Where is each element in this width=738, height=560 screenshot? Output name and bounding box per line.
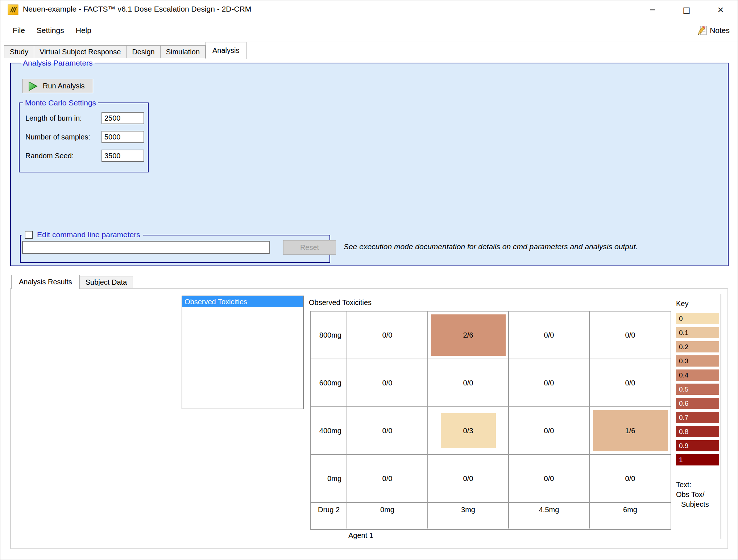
heatmap-cell: 1/6 (590, 407, 671, 455)
random-seed-input[interactable] (101, 150, 144, 162)
col-label-4-5mg: 4.5mg (509, 503, 590, 528)
menu-item-settings[interactable]: Settings (31, 24, 70, 37)
maximize-icon[interactable]: □ (675, 0, 698, 19)
notes-button[interactable]: Notes (695, 23, 732, 38)
heatmap-colored-block: 2/6 (431, 314, 506, 356)
heatmap-cell: 0/0 (509, 455, 590, 503)
edit-cmd-checkbox[interactable] (25, 231, 33, 239)
key-swatch-0-5: 0.5 (676, 384, 719, 395)
heatmap-cell: 0/3 (428, 407, 509, 455)
analysis-parameters-label: Analysis Parameters (21, 59, 95, 67)
mc-field-row-random-seed: Random Seed: (20, 150, 148, 163)
length-of-burn-in-label: Length of burn in: (25, 114, 82, 122)
app-logo-icon (8, 4, 18, 15)
heatmap-cell: 0/0 (347, 312, 428, 359)
heatmap-cell: 0/0 (509, 407, 590, 455)
cmd-parameters-group: Edit command line parameters Reset (20, 235, 330, 263)
heatmap-cell: 0/0 (509, 312, 590, 359)
window-title: Neuen-example - FACTS™ v6.1 Dose Escalat… (23, 5, 251, 13)
random-seed-label: Random Seed: (25, 152, 74, 160)
row-label-0mg: 0mg (311, 455, 347, 503)
analysis-parameters-group: Analysis Parameters Run Analysis Monte C… (10, 63, 729, 266)
heatmap-cell: 0/0 (590, 312, 671, 359)
main-tabstrip: StudyVirtual Subject ResponseDesignSimul… (4, 42, 246, 58)
heatmap-cell: 0/0 (428, 455, 509, 503)
mc-field-row-length-of-burn-in: Length of burn in: (20, 112, 148, 125)
x-axis-label: Agent 1 (348, 531, 373, 540)
heatmap-cell: 0/0 (428, 359, 509, 407)
monte-carlo-settings-label: Monte Carlo Settings (23, 99, 98, 107)
key-note: Text:Obs Tox/Subjects (676, 480, 709, 509)
edit-cmd-label: Edit command line parameters (37, 230, 140, 239)
key-note-line: Text: (676, 480, 709, 490)
results-tab-analysis-results[interactable]: Analysis Results (11, 275, 80, 289)
application-window: Neuen-example - FACTS™ v6.1 Dose Escalat… (0, 0, 738, 560)
heatmap-cell: 0/0 (590, 455, 671, 503)
close-icon[interactable]: ✕ (709, 0, 733, 19)
row-label-800mg: 800mg (311, 312, 347, 359)
tab-study[interactable]: Study (4, 45, 34, 58)
results-tabstrip: Analysis ResultsSubject Data (11, 274, 133, 288)
mc-field-row-number-of-samples: Number of samples: (20, 131, 148, 144)
heatmap-cell: 0/0 (347, 407, 428, 455)
tab-analysis[interactable]: Analysis (206, 42, 246, 59)
minimize-icon[interactable]: ─ (640, 0, 664, 19)
monte-carlo-settings-group: Monte Carlo Settings Length of burn in:N… (19, 103, 149, 172)
heatmap-colored-block: 1/6 (593, 410, 668, 451)
key-swatch-1: 1 (676, 454, 719, 465)
key-swatch-0-3: 0.3 (676, 355, 719, 367)
col-label-0mg: 0mg (347, 503, 428, 528)
list-item-observed-toxicities[interactable]: Observed Toxicities (182, 296, 303, 307)
results-tab-subject-data[interactable]: Subject Data (80, 276, 133, 288)
menu-bar: FileSettingsHelp Notes (0, 19, 738, 42)
key-swatch-0-2: 0.2 (676, 341, 719, 352)
observed-toxicities-heatmap: 800mg0/02/60/00/0600mg0/00/00/00/0400mg0… (310, 311, 671, 530)
key-scale: 00.10.20.30.40.50.60.70.80.91 (676, 313, 719, 468)
tab-virtual-subject-response[interactable]: Virtual Subject Response (34, 45, 127, 58)
heatmap-cell: 0/0 (347, 455, 428, 503)
number-of-samples-label: Number of samples: (25, 133, 90, 141)
heatmap-cell: 0/0 (509, 359, 590, 407)
heatmap-cell: 2/6 (428, 312, 509, 359)
key-title: Key (676, 300, 688, 308)
execution-mode-note: See execution mode documentation for det… (344, 242, 638, 251)
results-listbox: Observed Toxicities (182, 296, 304, 409)
key-swatch-0-6: 0.6 (676, 398, 719, 409)
menu-item-help[interactable]: Help (70, 24, 97, 37)
heatmap-cell: 0/0 (347, 359, 428, 407)
number-of-samples-input[interactable] (101, 131, 144, 143)
row-label-600mg: 600mg (311, 359, 347, 407)
tab-design[interactable]: Design (127, 45, 160, 58)
run-analysis-label: Run Analysis (43, 82, 85, 90)
col-label-6mg: 6mg (590, 503, 671, 528)
col-label-3mg: 3mg (428, 503, 509, 528)
key-swatch-0-4: 0.4 (676, 369, 719, 381)
run-analysis-button[interactable]: Run Analysis (22, 79, 93, 93)
heatmap-cell: 0/0 (590, 359, 671, 407)
notes-icon (697, 25, 708, 36)
heatmap-colored-block: 0/3 (441, 413, 496, 448)
key-swatch-0: 0 (676, 313, 719, 324)
cmd-parameters-input[interactable] (22, 241, 270, 254)
key-note-line: Obs Tox/ (676, 490, 709, 500)
menu-item-file[interactable]: File (7, 24, 31, 37)
cmd-group-header: Edit command line parameters (22, 230, 143, 239)
results-panel: Observed Toxicities Observed Toxicities … (10, 288, 728, 549)
key-swatch-0-8: 0.8 (676, 426, 719, 437)
row-label-400mg: 400mg (311, 407, 347, 455)
chart-right-edge-line (721, 294, 721, 539)
play-icon (28, 81, 38, 92)
tab-simulation[interactable]: Simulation (161, 45, 206, 58)
reset-button[interactable]: Reset (283, 240, 336, 255)
notes-label: Notes (710, 26, 730, 35)
chart-title: Observed Toxicities (309, 298, 372, 307)
key-note-line: Subjects (676, 500, 709, 509)
corner-label: Drug 2 (311, 503, 347, 528)
key-swatch-0-7: 0.7 (676, 412, 719, 423)
menu-items: FileSettingsHelp (7, 19, 97, 42)
title-bar: Neuen-example - FACTS™ v6.1 Dose Escalat… (0, 0, 738, 19)
length-of-burn-in-input[interactable] (101, 112, 144, 124)
key-swatch-0-1: 0.1 (676, 327, 719, 338)
key-swatch-0-9: 0.9 (676, 440, 719, 451)
